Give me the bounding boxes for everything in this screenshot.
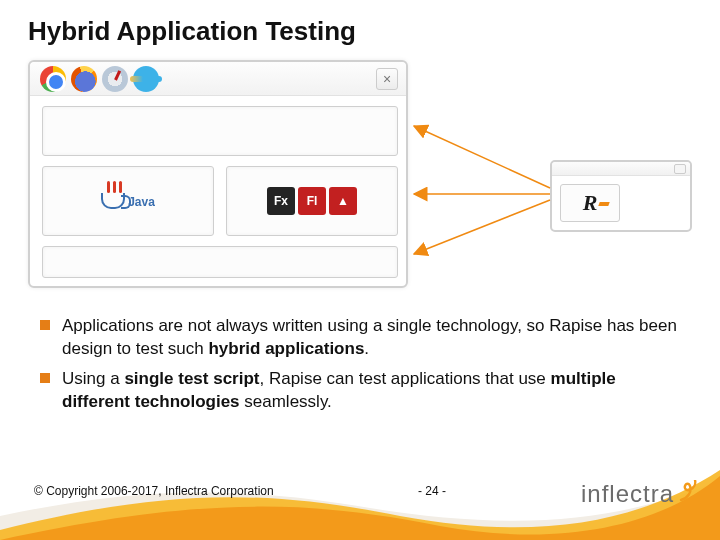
hybrid-diagram: × Java Fx Fl ▲ R [28, 56, 692, 296]
air-icon: ▲ [329, 187, 357, 215]
brand-swirl-icon [678, 480, 698, 502]
rapise-logo-icon: R [583, 190, 598, 216]
page-title: Hybrid Application Testing [28, 16, 356, 47]
close-icon: × [376, 68, 398, 90]
tech-box-top [42, 106, 398, 156]
tech-box-java: Java [42, 166, 214, 236]
bullet-item: Applications are not always written usin… [40, 314, 680, 361]
java-label: Java [128, 195, 155, 209]
bullet-list: Applications are not always written usin… [40, 314, 680, 420]
rapise-window: R [550, 160, 692, 232]
svg-line-0 [414, 126, 550, 188]
brand-logo: inflectra [581, 480, 698, 508]
brand-name: inflectra [581, 480, 674, 508]
svg-line-2 [414, 200, 550, 254]
page-number: - 24 - [418, 484, 446, 498]
rapise-logo-box: R [560, 184, 620, 222]
copyright-text: © Copyright 2006-2017, Inflectra Corpora… [34, 484, 274, 498]
hybrid-app-window: × Java Fx Fl ▲ [28, 60, 408, 288]
rapise-close-icon [674, 164, 686, 174]
tech-box-flash: Fx Fl ▲ [226, 166, 398, 236]
flex-icon: Fx [267, 187, 295, 215]
bullet-item: Using a single test script, Rapise can t… [40, 367, 680, 414]
java-icon: Java [101, 193, 155, 209]
firefox-icon [71, 66, 97, 92]
tech-box-bottom [42, 246, 398, 278]
safari-icon [102, 66, 128, 92]
chrome-icon [40, 66, 66, 92]
window-titlebar: × [30, 62, 406, 96]
flash-icon: Fl [298, 187, 326, 215]
ie-icon [133, 66, 159, 92]
